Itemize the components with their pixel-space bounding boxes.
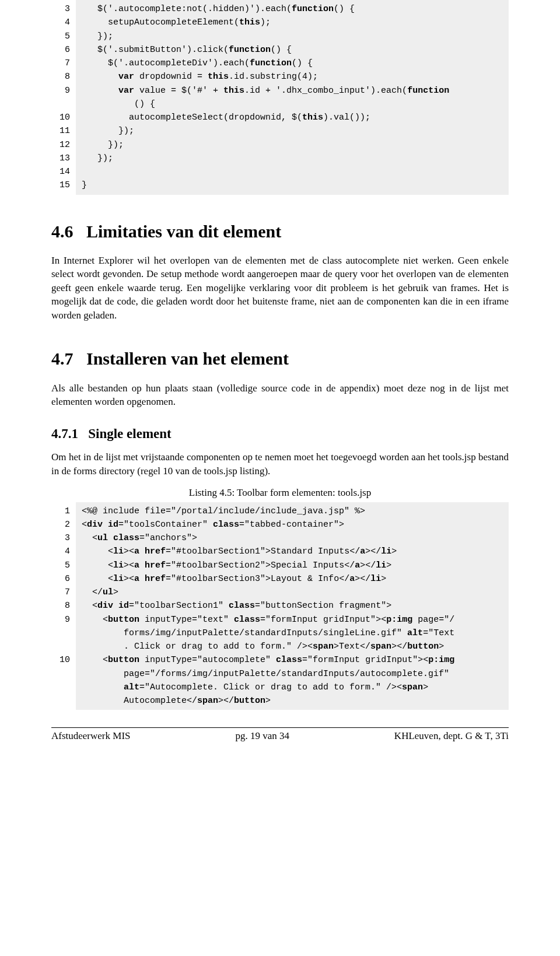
footer-rule	[51, 727, 509, 728]
page: 3 4 5 6 7 8 9 10 11 12 13 14 15 $('.auto…	[0, 0, 560, 766]
page-footer: Afstudeerwerk MIS pg. 19 van 34 KHLeuven…	[51, 729, 509, 743]
section-4-7-heading: 4.7 Installeren van het element	[51, 346, 509, 370]
line-number-gutter: 1 2 3 4 5 6 7 8 9 10	[51, 502, 76, 710]
section-number: 4.7	[51, 349, 74, 368]
subsection-4-7-1-body: Om het in de lijst met vrijstaande compo…	[51, 450, 509, 478]
section-title: Installeren van het element	[86, 349, 289, 368]
footer-right: KHLeuven, dept. G & T, 3Ti	[394, 729, 509, 743]
section-4-7-body: Als alle bestanden op hun plaats staan (…	[51, 381, 509, 409]
subsection-number: 4.7.1	[51, 426, 78, 441]
section-title: Limitaties van dit element	[86, 222, 281, 241]
code-block: $('.autocomplete:not(.hidden)').each(fun…	[76, 0, 509, 195]
line-number-gutter: 3 4 5 6 7 8 9 10 11 12 13 14 15	[51, 0, 76, 195]
listing-caption: Listing 4.5: Toolbar form elementen: too…	[51, 486, 509, 499]
code-listing-1: 3 4 5 6 7 8 9 10 11 12 13 14 15 $('.auto…	[51, 0, 509, 195]
section-4-6-heading: 4.6 Limitaties van dit element	[51, 219, 509, 243]
code-listing-2: 1 2 3 4 5 6 7 8 9 10 <%@ include file="/…	[51, 502, 509, 710]
subsection-4-7-1-heading: 4.7.1 Single element	[51, 425, 509, 443]
footer-center: pg. 19 van 34	[235, 729, 289, 743]
subsection-title: Single element	[88, 426, 171, 441]
footer-left: Afstudeerwerk MIS	[51, 729, 131, 743]
section-number: 4.6	[51, 222, 74, 241]
section-4-6-body: In Internet Explorer wil het overlopen v…	[51, 254, 509, 322]
code-block: <%@ include file="/portal/include/includ…	[76, 502, 509, 710]
